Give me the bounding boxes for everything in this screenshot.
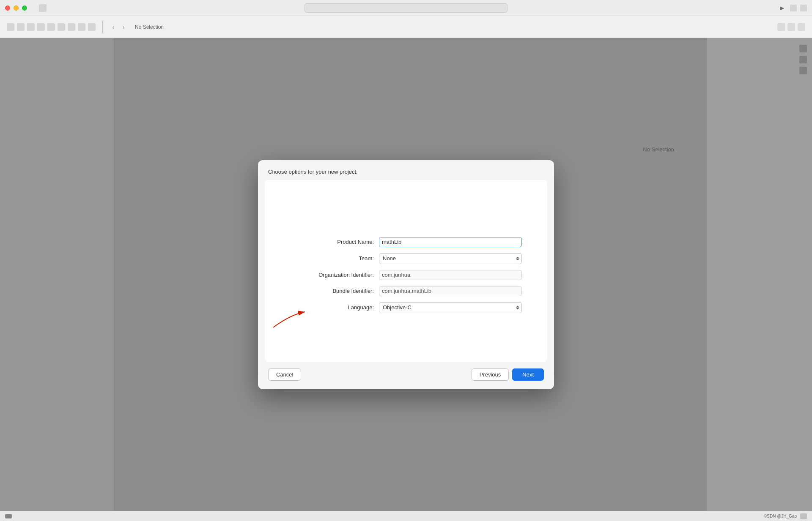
bookmark-icon — [58, 23, 65, 31]
search-bar[interactable] — [304, 3, 508, 13]
previous-button[interactable]: Previous — [472, 368, 509, 381]
team-select-wrapper: None — [379, 253, 522, 264]
bottombar: ©SDN @JH_Gao — [0, 511, 812, 521]
sidebar-toggle-icon[interactable] — [39, 4, 47, 12]
toolbar: ‹ › No Selection — [0, 16, 812, 38]
back-button[interactable]: ‹ — [110, 23, 117, 31]
breakpoint-icon — [78, 23, 85, 31]
add-tab-button[interactable] — [790, 5, 797, 11]
status-icon — [5, 514, 12, 518]
product-name-row: Product Name: — [290, 237, 522, 247]
files-icon — [17, 23, 25, 31]
bundle-identifier-row: Bundle Identifier: — [290, 286, 522, 296]
project-options-form: Product Name: Team: None — [290, 237, 522, 313]
modal-header: Choose options for your new project: — [258, 160, 554, 180]
bundle-identifier-input — [379, 286, 522, 296]
close-button[interactable] — [5, 5, 10, 11]
language-row: Language: Objective-C Swift — [290, 302, 522, 313]
product-name-label: Product Name: — [290, 239, 379, 245]
bundle-identifier-label: Bundle Identifier: — [290, 288, 379, 294]
git-icon — [68, 23, 75, 31]
toolbar-separator — [102, 21, 103, 33]
modal-footer: Cancel Previous Next — [258, 362, 554, 389]
org-identifier-row: Organization Identifier: — [290, 270, 522, 280]
watermark: ©SDN @JH_Gao — [764, 514, 797, 518]
filter-icon — [27, 23, 35, 31]
footer-right: Previous Next — [472, 368, 544, 381]
language-label: Language: — [290, 304, 379, 311]
run-button[interactable]: ▶ — [777, 3, 787, 13]
titlebar: ▶ — [0, 0, 812, 16]
search-icon[interactable] — [37, 23, 45, 31]
language-select-wrapper: Objective-C Swift — [379, 302, 522, 313]
folder-icon — [7, 23, 14, 31]
team-select[interactable]: None — [379, 253, 522, 264]
help-icon[interactable] — [798, 23, 805, 31]
next-button[interactable]: Next — [512, 368, 544, 381]
modal-body: Product Name: Team: None — [265, 180, 547, 362]
history-icon[interactable] — [787, 23, 795, 31]
maximize-button[interactable] — [22, 5, 27, 11]
org-identifier-label: Organization Identifier: — [290, 272, 379, 278]
org-identifier-input[interactable] — [379, 270, 522, 280]
language-select[interactable]: Objective-C Swift — [379, 302, 522, 313]
breadcrumb: No Selection — [135, 24, 164, 30]
minimize-button[interactable] — [14, 5, 19, 11]
expand-icon[interactable] — [800, 513, 807, 519]
forward-button[interactable]: › — [120, 23, 127, 31]
modal-overlay: Choose options for your new project: Pro… — [0, 38, 812, 511]
main-area: No Selection Choose options for your new… — [0, 38, 812, 511]
cancel-button[interactable]: Cancel — [268, 368, 301, 381]
modal-title: Choose options for your new project: — [268, 169, 544, 175]
layout-button[interactable] — [800, 5, 807, 11]
inspector-icon[interactable] — [777, 23, 785, 31]
team-row: Team: None — [290, 253, 522, 264]
warning-icon — [47, 23, 55, 31]
new-project-modal: Choose options for your new project: Pro… — [258, 160, 554, 389]
settings-icon — [88, 23, 96, 31]
product-name-input[interactable] — [379, 237, 522, 247]
team-label: Team: — [290, 255, 379, 262]
